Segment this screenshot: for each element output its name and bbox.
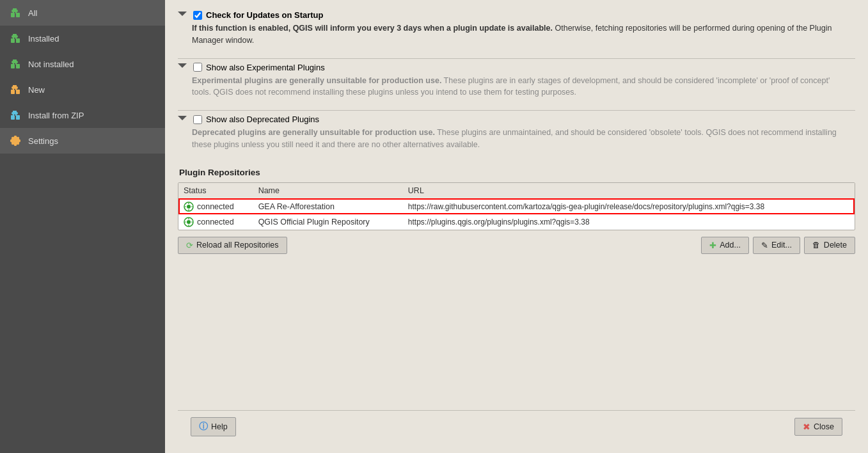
sidebar-item-all-label: All: [28, 8, 37, 18]
deprecated-section: Show also Deprecated Plugins Deprecated …: [178, 115, 855, 159]
svg-rect-0: [11, 13, 15, 17]
check-for-updates-info-bold: If this function is enabled, QGIS will i…: [192, 24, 553, 33]
reload-all-repos-button[interactable]: ⟳ Reload all Repositories: [178, 237, 287, 254]
svg-rect-2: [11, 38, 15, 43]
sidebar-item-installed[interactable]: Installed: [0, 26, 165, 51]
repo-name-0: GEA Re-Afforestation: [253, 198, 403, 214]
repo-status-0: connected: [178, 199, 253, 214]
puzzle-green-icon: [9, 6, 22, 19]
svg-point-13: [187, 220, 191, 224]
check-for-updates-label: Check for Updates on Startup: [206, 10, 323, 20]
svg-point-11: [187, 205, 191, 209]
deprecated-info-bold: Deprecated plugins are generally unsuita…: [192, 128, 435, 137]
repo-buttons: ⟳ Reload all Repositories ✚ Add... ✎ Edi…: [178, 237, 855, 254]
delete-button[interactable]: 🗑 Delete: [804, 237, 855, 254]
sidebar-item-install-from-zip[interactable]: Install from ZIP: [0, 102, 165, 128]
experimental-row: Show also Experimental Plugins: [178, 63, 855, 72]
sidebar-item-settings-label: Settings: [28, 136, 58, 146]
show-experimental-checkbox[interactable]: [193, 63, 202, 72]
experimental-section: Show also Experimental Plugins Experimen…: [178, 63, 855, 107]
sidebar-item-installed-label: Installed: [28, 34, 59, 44]
svg-rect-5: [16, 64, 20, 68]
table-header-row: Status Name URL: [178, 183, 855, 199]
sidebar-item-new-label: New: [28, 85, 45, 95]
svg-rect-4: [11, 64, 15, 68]
table-row[interactable]: connected GEA Re-Afforestation https://r…: [178, 198, 855, 214]
arrow-deprecated-icon[interactable]: [178, 116, 187, 123]
divider-2: [178, 110, 855, 111]
check-for-updates-section: Check for Updates on Startup If this fun…: [178, 10, 855, 54]
plugin-repositories-title: Plugin Repositories: [178, 168, 855, 177]
table-row[interactable]: connected QGIS Official Plugin Repositor…: [178, 214, 855, 230]
plugin-repositories-section: Plugin Repositories Status Name URL co: [178, 168, 855, 254]
sidebar-item-all[interactable]: All: [0, 0, 165, 26]
check-for-updates-info: If this function is enabled, QGIS will i…: [178, 20, 855, 54]
col-status: Status: [178, 183, 253, 199]
svg-rect-3: [16, 38, 20, 43]
repo-buttons-right: ✚ Add... ✎ Edit... 🗑 Delete: [701, 237, 855, 254]
repo-status-1: connected: [178, 214, 253, 230]
check-for-updates-row: Check for Updates on Startup: [178, 10, 855, 20]
edit-button[interactable]: ✎ Edit...: [753, 237, 800, 254]
show-deprecated-checkbox[interactable]: [193, 115, 202, 124]
arrow-updates-icon[interactable]: [178, 12, 187, 19]
help-icon: ⓘ: [199, 421, 208, 433]
sidebar-item-settings[interactable]: Settings: [0, 128, 165, 154]
sidebar: All Installed Not installed New Install …: [0, 0, 165, 453]
col-name: Name: [253, 183, 403, 199]
settings-content: Check for Updates on Startup If this fun…: [165, 0, 868, 453]
svg-rect-6: [11, 90, 15, 94]
bottom-bar: ⓘ Help ✖ Close: [178, 410, 855, 443]
divider-1: [178, 58, 855, 59]
experimental-info: Experimental plugins are generally unsui…: [178, 72, 855, 107]
main-layout: All Installed Not installed New Install …: [0, 0, 868, 453]
connected-icon-0: [184, 202, 194, 212]
arrow-experimental-icon[interactable]: [178, 63, 187, 71]
reload-icon: ⟳: [186, 241, 193, 250]
show-experimental-label: Show also Experimental Plugins: [206, 63, 325, 72]
sidebar-item-install-from-zip-label: Install from ZIP: [28, 111, 84, 120]
repo-table-wrapper: Status Name URL connected GEA Re-Affores…: [178, 182, 855, 230]
repo-name-1: QGIS Official Plugin Repository: [253, 214, 403, 230]
add-button[interactable]: ✚ Add...: [701, 237, 749, 254]
repo-table: Status Name URL connected GEA Re-Affores…: [178, 183, 855, 230]
puzzle-new-icon: [9, 83, 22, 96]
svg-rect-1: [16, 13, 20, 17]
repo-url-0: https://raw.githubusercontent.com/kartoz…: [403, 198, 855, 214]
show-deprecated-label: Show also Deprecated Plugins: [206, 115, 319, 124]
experimental-info-bold: Experimental plugins are generally unsui…: [192, 76, 441, 85]
svg-rect-8: [11, 115, 15, 120]
puzzle-not-installed-icon: [9, 58, 22, 70]
edit-icon: ✎: [761, 241, 768, 250]
add-icon: ✚: [709, 241, 716, 250]
sidebar-item-not-installed[interactable]: Not installed: [0, 51, 165, 77]
deprecated-row: Show also Deprecated Plugins: [178, 115, 855, 124]
close-button[interactable]: ✖ Close: [794, 418, 842, 436]
spacer: [178, 254, 855, 411]
help-button[interactable]: ⓘ Help: [191, 417, 236, 436]
puzzle-installed-icon: [9, 32, 22, 45]
repo-url-1: https://plugins.qgis.org/plugins/plugins…: [403, 214, 855, 230]
puzzle-zip-icon: [9, 109, 22, 122]
deprecated-info: Deprecated plugins are generally unsuita…: [178, 124, 855, 159]
close-icon: ✖: [803, 422, 810, 432]
gear-icon: [9, 134, 22, 147]
delete-icon: 🗑: [812, 241, 821, 250]
svg-rect-7: [16, 90, 20, 94]
sidebar-item-new[interactable]: New: [0, 77, 165, 102]
sidebar-item-not-installed-label: Not installed: [28, 60, 74, 69]
svg-rect-9: [16, 115, 20, 120]
check-for-updates-checkbox[interactable]: [193, 11, 202, 20]
connected-icon-1: [184, 217, 194, 227]
col-url: URL: [403, 183, 855, 199]
